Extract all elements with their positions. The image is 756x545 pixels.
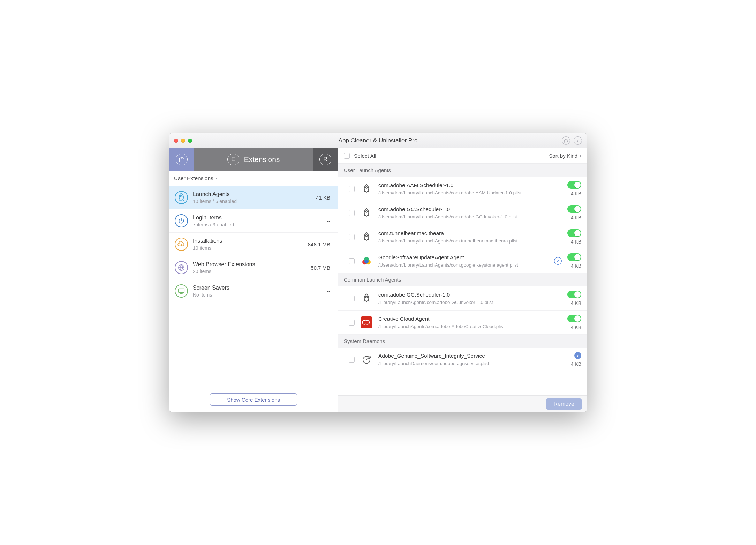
rocket-icon <box>360 231 373 243</box>
sort-label: Sort by Kind <box>549 153 577 159</box>
extensions-icon: E <box>227 154 239 165</box>
category-size: 848.1 MB <box>308 241 330 247</box>
agent-title: com.adobe.GC.Scheduler-1.0 <box>378 292 562 298</box>
agent-row[interactable]: Adobe_Genuine_Software_Integrity_Service… <box>338 348 587 371</box>
row-checkbox[interactable] <box>349 296 355 301</box>
category-list: Launch Agents 10 items / 6 enabled 41 KB… <box>169 186 338 387</box>
window-title: App Cleaner & Uninstaller Pro <box>174 137 582 144</box>
agent-row[interactable]: com.tunnelbear.mac.tbeara /Users/dom/Lib… <box>338 225 587 249</box>
category-subtitle: 20 items <box>193 269 306 274</box>
applications-icon <box>176 154 188 165</box>
feedback-icon[interactable] <box>562 136 570 145</box>
agent-list: User Launch Agents com.adobe.AAM.Schedul… <box>338 164 587 395</box>
category-subtitle: 7 items / 3 enabled <box>193 222 322 227</box>
category-size: -- <box>327 288 330 294</box>
remains-icon: R <box>319 154 331 165</box>
filter-label: User Extensions <box>174 175 213 181</box>
svg-point-5 <box>366 235 368 237</box>
rocket-icon <box>360 182 373 195</box>
category-subtitle: 10 items <box>193 245 303 251</box>
adobe-cc-icon <box>360 316 373 329</box>
select-all-label: Select All <box>354 153 376 159</box>
agent-row[interactable]: GoogleSoftwareUpdateAgent Agent /Users/d… <box>338 249 587 273</box>
agent-size: 4 KB <box>571 361 581 367</box>
agent-title: Creative Cloud Agent <box>378 316 562 322</box>
row-checkbox[interactable] <box>349 258 355 264</box>
category-subtitle: 10 items / 6 enabled <box>193 199 311 204</box>
agent-size: 4 KB <box>571 239 581 245</box>
agent-title: com.adobe.GC.Scheduler-1.0 <box>378 206 562 212</box>
select-all-control[interactable]: Select All <box>344 153 376 159</box>
zoom-window-button[interactable] <box>188 139 192 143</box>
screen-icon <box>175 284 188 298</box>
svg-point-3 <box>366 187 368 188</box>
row-checkbox[interactable] <box>349 234 355 240</box>
category-item[interactable]: Launch Agents 10 items / 6 enabled 41 KB <box>169 186 338 209</box>
row-checkbox[interactable] <box>349 320 355 326</box>
close-window-button[interactable] <box>174 139 178 143</box>
main-tabs: E Extensions R <box>169 148 338 171</box>
agent-path: /Users/dom/Library/LaunchAgents/com.adob… <box>378 214 562 219</box>
agent-row[interactable]: com.adobe.GC.Scheduler-1.0 /Users/dom/Li… <box>338 201 587 225</box>
category-item[interactable]: Login Items 7 items / 3 enabled -- <box>169 209 338 233</box>
category-item[interactable]: Installations 10 items 848.1 MB <box>169 233 338 256</box>
select-all-checkbox[interactable] <box>344 153 350 159</box>
category-size: 41 KB <box>316 195 330 201</box>
tab-extensions[interactable]: E Extensions <box>194 148 313 171</box>
category-item[interactable]: Screen Savers No items -- <box>169 279 338 303</box>
agent-row[interactable]: com.adobe.AAM.Scheduler-1.0 /Users/dom/L… <box>338 177 587 201</box>
agent-size: 4 KB <box>571 263 581 269</box>
info-icon[interactable]: i <box>574 136 582 145</box>
section-header: System Daemons <box>338 335 587 348</box>
category-title: Launch Agents <box>193 191 311 197</box>
row-checkbox[interactable] <box>349 357 355 363</box>
svg-point-10 <box>366 296 368 298</box>
tab-extensions-label: Extensions <box>244 155 280 164</box>
agent-row[interactable]: Creative Cloud Agent /Library/LaunchAgen… <box>338 311 587 335</box>
category-item[interactable]: Web Browser Extensions 20 items 50.7 MB <box>169 256 338 279</box>
rocket-icon <box>360 207 373 219</box>
agent-path: /Library/LaunchAgents/com.adobe.GC.Invok… <box>378 300 562 305</box>
row-checkbox[interactable] <box>349 186 355 192</box>
category-title: Screen Savers <box>193 285 322 291</box>
section-header: Common Launch Agents <box>338 273 587 286</box>
app-window: App Cleaner & Uninstaller Pro i E Exten <box>169 133 587 412</box>
agent-size: 4 KB <box>571 324 581 330</box>
svg-point-4 <box>366 211 368 212</box>
section-header: User Launch Agents <box>338 164 587 177</box>
remove-button[interactable]: Remove <box>546 398 582 410</box>
left-panel: E Extensions R User Extensions ▾ Launch … <box>169 148 338 412</box>
category-subtitle: No items <box>193 292 322 298</box>
titlebar: App Cleaner & Uninstaller Pro i <box>169 133 587 148</box>
filter-dropdown[interactable]: User Extensions ▾ <box>169 171 338 186</box>
power-icon <box>175 214 188 227</box>
minimize-window-button[interactable] <box>181 139 185 143</box>
enable-toggle[interactable] <box>567 205 581 213</box>
agent-title: com.tunnelbear.mac.tbeara <box>378 230 562 237</box>
sort-dropdown[interactable]: Sort by Kind ▾ <box>549 153 581 159</box>
enable-toggle[interactable] <box>567 229 581 237</box>
row-checkbox[interactable] <box>349 210 355 216</box>
enable-toggle[interactable] <box>567 181 581 189</box>
agent-size: 4 KB <box>571 300 581 306</box>
category-size: -- <box>327 218 330 224</box>
svg-point-9 <box>364 260 369 264</box>
traffic-lights <box>174 139 192 143</box>
agent-title: com.adobe.AAM.Scheduler-1.0 <box>378 182 562 188</box>
show-core-extensions-button[interactable]: Show Core Extensions <box>210 393 297 406</box>
agent-title: Adobe_Genuine_Software_Integrity_Service <box>378 353 565 359</box>
agent-row[interactable]: com.adobe.GC.Scheduler-1.0 /Library/Laun… <box>338 286 587 311</box>
tab-applications[interactable] <box>169 148 194 171</box>
svg-point-0 <box>181 195 182 197</box>
agent-path: /Library/LaunchDaemons/com.adobe.agsserv… <box>378 361 565 366</box>
category-title: Web Browser Extensions <box>193 261 306 268</box>
tab-remains[interactable]: R <box>313 148 338 171</box>
agent-path: /Users/dom/Library/LaunchAgents/com.adob… <box>378 190 562 195</box>
enable-toggle[interactable] <box>567 291 581 298</box>
agent-path: /Library/LaunchAgents/com.adobe.AdobeCre… <box>378 324 562 329</box>
info-badge-icon[interactable]: i <box>574 352 581 359</box>
reveal-in-finder-icon[interactable]: ↗ <box>554 257 562 265</box>
enable-toggle[interactable] <box>567 253 581 261</box>
enable-toggle[interactable] <box>567 315 581 322</box>
category-size: 50.7 MB <box>311 265 330 271</box>
